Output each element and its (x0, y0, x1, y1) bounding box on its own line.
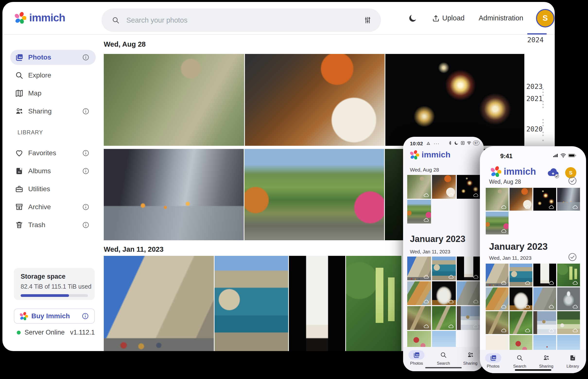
photo-alpine-farm[interactable] (557, 311, 580, 334)
photo-coast[interactable] (509, 264, 532, 286)
info-icon[interactable] (82, 221, 89, 229)
photo-ruin[interactable] (457, 281, 481, 305)
cloud-backup-icon (525, 304, 531, 309)
cloud-backup-icon (549, 328, 555, 332)
sidebar-item-trash[interactable]: Trash (10, 218, 96, 233)
photo-sea-grapes[interactable] (346, 256, 401, 351)
wifi-icon (560, 153, 566, 158)
photo-bust[interactable] (533, 264, 556, 286)
timeline-dot (542, 92, 544, 93)
timeline-dot (542, 95, 544, 96)
nav-label: Library (566, 364, 579, 369)
timeline-scrubber-marker[interactable] (527, 33, 547, 34)
info-icon[interactable] (82, 313, 89, 320)
sidebar-item-utilities[interactable]: Utilities (10, 181, 96, 197)
photo-ruin[interactable] (533, 287, 556, 310)
cloud-sync-icon[interactable] (547, 168, 560, 179)
select-all-check-icon[interactable] (568, 176, 577, 185)
timeline-dot (542, 104, 544, 105)
sidebar-label: Utilities (28, 185, 96, 193)
sidebar-item-photos[interactable]: Photos (10, 50, 96, 65)
photo-hands[interactable] (557, 188, 580, 211)
photo-zoo[interactable] (486, 188, 509, 211)
cloud-backup-icon (448, 275, 454, 279)
dnd-moon-icon (454, 141, 459, 145)
sidebar-item-archive[interactable]: Archive (10, 199, 96, 215)
server-status-row: Server Online v1.112.1 (14, 329, 95, 336)
photo-bust[interactable] (457, 256, 481, 280)
nav-tab-sharing[interactable]: Sharing (538, 353, 554, 369)
photo-hands[interactable] (104, 149, 244, 240)
photo-zoo[interactable] (407, 175, 431, 199)
info-icon[interactable] (82, 149, 89, 157)
photo-lizard-a[interactable] (407, 306, 431, 330)
photo-coast[interactable] (432, 256, 456, 280)
photo-fireworks[interactable] (385, 54, 524, 146)
app-logo[interactable]: immich (15, 12, 65, 24)
info-icon[interactable] (82, 167, 89, 175)
photo-marble-two[interactable] (432, 281, 456, 305)
photo-zoo[interactable] (104, 54, 244, 146)
photo-grid (407, 256, 482, 355)
sidebar-item-sharing[interactable]: Sharing (10, 104, 96, 119)
sidebar-item-map[interactable]: Map (10, 86, 96, 101)
photo-beach-cliff[interactable] (486, 287, 509, 310)
photo-dinner[interactable] (432, 175, 456, 199)
info-icon[interactable] (82, 54, 89, 61)
buy-immich-button[interactable]: Buy Immich (14, 309, 95, 324)
sidebar-label: Explore (28, 71, 96, 79)
photo-autumn-road[interactable] (486, 212, 509, 235)
upload-button[interactable]: Upload (432, 14, 465, 22)
photo-fortress[interactable] (104, 256, 214, 351)
photo-dinner[interactable] (245, 54, 385, 146)
timeline-dot (542, 140, 544, 141)
photo-coast[interactable] (215, 256, 288, 351)
alarm-icon (426, 141, 431, 146)
info-icon[interactable] (82, 203, 89, 211)
nav-tab-sharing[interactable]: Sharing (462, 350, 478, 366)
photo-lizard-b[interactable] (432, 306, 456, 330)
sidebar-item-favorites[interactable]: Favorites (10, 145, 96, 161)
photo-snow-church[interactable] (533, 311, 556, 334)
nav-tab-library[interactable]: Library (565, 353, 581, 369)
photo-fireworks[interactable] (533, 188, 556, 211)
photo-lizard-a[interactable] (486, 311, 509, 334)
timeline-dot (542, 89, 544, 90)
photo-autumn-road[interactable] (244, 149, 384, 240)
select-all-check-icon[interactable] (568, 253, 577, 261)
date-group-heading: Wed, Jan 11, 2023 (489, 255, 531, 261)
sharing-icon (467, 351, 474, 358)
administration-link[interactable]: Administration (479, 14, 523, 22)
date-group-heading: Wed, Aug 28 (489, 179, 521, 185)
nav-label: Search (437, 361, 450, 366)
nav-tab-search[interactable]: Search (512, 353, 528, 369)
filter-icon[interactable] (364, 16, 372, 24)
photo-sea-grapes[interactable] (557, 264, 580, 286)
immich-flower-icon (20, 312, 28, 320)
nav-tab-photos[interactable]: Photos (408, 350, 425, 366)
photo-lizard-b[interactable] (509, 311, 532, 334)
cloud-backup-icon (549, 281, 555, 285)
nav-tab-search[interactable]: Search (435, 350, 451, 366)
map-icon (15, 89, 23, 97)
photo-fireworks[interactable] (457, 175, 481, 199)
photo-autumn-road[interactable] (407, 200, 431, 223)
sidebar-item-albums[interactable]: Albums (10, 163, 96, 179)
nav-tab-photos[interactable]: Photos (485, 353, 501, 369)
search-input[interactable]: Search your photos (102, 9, 381, 32)
photo-snow-church[interactable] (457, 306, 481, 330)
photo-dinner[interactable] (509, 188, 532, 211)
sidebar-item-explore[interactable]: Explore (10, 68, 96, 83)
cloud-backup-icon (424, 299, 429, 304)
photo-beach-cliff[interactable] (407, 281, 431, 305)
ios-status-time: 9:41 (500, 153, 512, 160)
dark-mode-toggle-icon[interactable] (408, 14, 417, 23)
photo-bust[interactable] (289, 256, 345, 351)
photo-fortress[interactable] (407, 256, 431, 280)
user-avatar[interactable]: S (536, 9, 555, 28)
photo-silver-ornament[interactable] (557, 287, 580, 310)
info-icon[interactable] (82, 108, 89, 115)
photo-fortress[interactable] (486, 264, 509, 286)
photo-marble-two[interactable] (509, 287, 532, 310)
timeline-year-2024[interactable]: 2024 (527, 36, 547, 44)
